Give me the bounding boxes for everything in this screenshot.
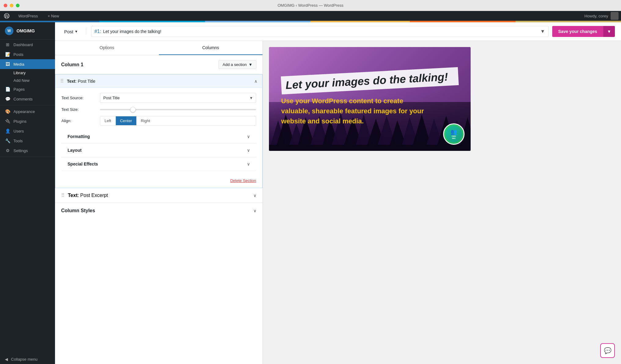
column-styles-section[interactable]: Column Styles ∨ — [55, 203, 263, 218]
special-effects-accordion: Special Effects ∨ — [61, 157, 256, 171]
column-header: Column 1 Add a section ▼ — [55, 55, 263, 74]
sidebar-item-pages[interactable]: 📄 Pages — [0, 84, 55, 94]
sidebar-item-tools[interactable]: 🔧 Tools — [0, 136, 55, 146]
preview-badge: 👥 OMGIMG — [443, 123, 465, 145]
feedback-icon: 💬 — [604, 347, 612, 354]
text-source-control: Post Title Post Excerpt Post Content Cus… — [100, 93, 256, 103]
text-size-label: Text Size: — [61, 107, 95, 112]
section-header-left: ⠿ Text: Post Title — [60, 78, 95, 84]
post-title-display: Let your images do the talking! — [103, 29, 540, 34]
collapse-menu-button[interactable]: ◀ Collapse menu — [0, 355, 55, 364]
delete-section-button[interactable]: Delete Section — [55, 176, 262, 188]
sidebar-divider-2 — [0, 157, 55, 157]
maximize-button[interactable] — [16, 4, 20, 7]
top-toolbar: Post ▼ #1: Let your images do the talkin… — [55, 22, 621, 41]
section-collapse-icon[interactable]: ∧ — [254, 79, 257, 84]
text-source-select-wrapper: Post Title Post Excerpt Post Content Cus… — [100, 93, 256, 103]
section-excerpt-header[interactable]: ⠿ Text: Post Excerpt ∨ — [55, 188, 263, 202]
excerpt-chevron-icon: ∨ — [253, 193, 256, 198]
sidebar-item-plugins[interactable]: 🔌 Plugins — [0, 116, 55, 126]
text-size-slider[interactable] — [100, 109, 256, 110]
sidebar-subitem-add-new[interactable]: Add New — [0, 77, 55, 84]
save-button[interactable]: Save your changes — [552, 26, 604, 37]
align-row: Align: Left Center — [61, 116, 256, 126]
site-icon: W — [5, 27, 13, 35]
sidebar-site-name: W OMGIMG — [0, 22, 55, 40]
admin-bar-wordpress[interactable]: WordPress — [16, 13, 40, 20]
preview-image: Let your images do the talking! Use your… — [269, 47, 471, 151]
save-dropdown-button[interactable]: ▼ — [603, 26, 615, 37]
mac-titlebar: OMGIMG ‹ WordPress — WordPress — [0, 0, 621, 11]
sidebar-item-dashboard[interactable]: ⊞ Dashboard — [0, 40, 55, 49]
add-section-button[interactable]: Add a section ▼ — [219, 60, 256, 69]
post-dropdown-chevron-icon: ▼ — [75, 30, 78, 33]
post-selector-chevron[interactable]: ▼ — [540, 29, 545, 34]
column-styles-chevron-icon: ∨ — [253, 208, 256, 213]
dashboard-icon: ⊞ — [5, 42, 10, 47]
column-styles-label: Column Styles — [61, 208, 95, 213]
appearance-icon: 🎨 — [5, 109, 10, 114]
sidebar-subitem-library[interactable]: Library — [0, 69, 55, 77]
main-content: Post ▼ #1: Let your images do the talkin… — [55, 22, 621, 364]
excerpt-header-left: ⠿ Text: Post Excerpt — [61, 192, 108, 198]
wordpress-logo-icon[interactable] — [2, 12, 11, 20]
admin-bar-new[interactable]: + New — [45, 13, 61, 20]
align-left-button[interactable]: Left — [100, 116, 116, 125]
collapse-icon: ◀ — [5, 357, 8, 362]
section-header-row[interactable]: ⠿ Text: Post Title ∧ — [55, 75, 262, 88]
text-size-row: Text Size: — [61, 107, 256, 112]
post-type-dropdown[interactable]: Post ▼ — [61, 27, 81, 36]
feedback-button[interactable]: 💬 — [600, 343, 615, 358]
preview-badge-inner: 👥 OMGIMG — [446, 126, 462, 142]
formatting-label: Formatting — [68, 134, 90, 139]
tab-options[interactable]: Options — [55, 41, 159, 55]
sidebar-item-settings[interactable]: ⚙ Settings — [0, 146, 55, 155]
align-center-button[interactable]: Center — [116, 116, 137, 125]
align-buttons: Left Center Right — [100, 116, 256, 126]
formatting-accordion-header[interactable]: Formatting ∨ — [61, 130, 256, 143]
text-source-select[interactable]: Post Title Post Excerpt Post Content Cus… — [100, 93, 256, 103]
formatting-chevron-icon: ∨ — [247, 134, 250, 139]
sidebar-item-posts[interactable]: 📝 Posts — [0, 49, 55, 59]
svg-rect-18 — [269, 145, 471, 151]
section-post-excerpt: ⠿ Text: Post Excerpt ∨ — [55, 188, 263, 203]
text-size-slider-row — [100, 109, 256, 110]
mac-window-controls[interactable] — [4, 4, 20, 7]
sidebar-item-comments[interactable]: 💬 Comments — [0, 94, 55, 104]
window-title: OMGIMG ‹ WordPress — WordPress — [277, 3, 344, 8]
minimize-button[interactable] — [10, 4, 13, 7]
layout-accordion: Layout ∨ — [61, 144, 256, 157]
sidebar-divider-1 — [0, 105, 55, 105]
close-button[interactable] — [4, 4, 7, 7]
align-right-button[interactable]: Right — [137, 116, 154, 125]
special-effects-accordion-header[interactable]: Special Effects ∨ — [61, 157, 256, 171]
post-id: #1: — [94, 29, 101, 34]
user-avatar — [611, 12, 619, 20]
tab-columns[interactable]: Columns — [159, 41, 263, 55]
sidebar-item-appearance[interactable]: 🎨 Appearance — [0, 107, 55, 116]
pages-icon: 📄 — [5, 87, 10, 92]
comments-icon: 💬 — [5, 96, 10, 101]
posts-icon: 📝 — [5, 52, 10, 57]
editor-area: Options Columns Column 1 Add a section ▼ — [55, 41, 621, 364]
sidebar-item-media[interactable]: 🖼 Media — [0, 59, 55, 69]
excerpt-drag-handle-icon[interactable]: ⠿ — [61, 192, 65, 198]
drag-handle-icon[interactable]: ⠿ — [60, 78, 64, 84]
panel-tabs: Options Columns — [55, 41, 263, 55]
toolbar-divider — [86, 28, 86, 35]
plugins-icon: 🔌 — [5, 119, 10, 124]
settings-icon: ⚙ — [5, 148, 10, 153]
sidebar-item-users[interactable]: 👤 Users — [0, 126, 55, 136]
layout-accordion-header[interactable]: Layout ∨ — [61, 144, 256, 157]
formatting-accordion: Formatting ∨ — [61, 130, 256, 144]
media-icon: 🖼 — [5, 62, 10, 67]
column-title: Column 1 — [61, 62, 83, 67]
tools-icon: 🔧 — [5, 138, 10, 143]
excerpt-type-label: Text: Post Excerpt — [68, 193, 108, 198]
text-size-control — [100, 109, 256, 110]
special-effects-chevron-icon: ∨ — [247, 162, 250, 166]
save-button-group: Save your changes ▼ — [552, 26, 615, 37]
preview-subtitle: Use your WordPress content to create val… — [281, 96, 428, 126]
post-selector-wrapper: #1: Let your images do the talking! ▼ — [91, 26, 549, 37]
left-panel: Options Columns Column 1 Add a section ▼ — [55, 41, 263, 364]
